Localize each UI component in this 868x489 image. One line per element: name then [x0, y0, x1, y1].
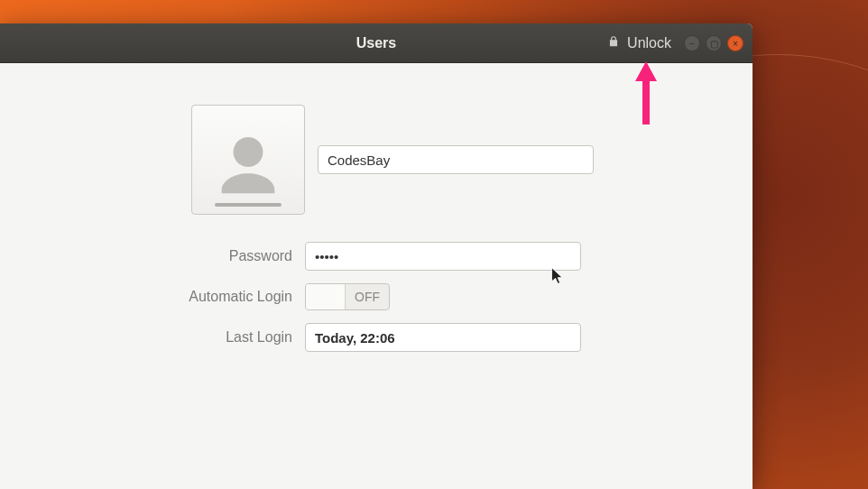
close-button[interactable]: ×	[727, 35, 743, 51]
unlock-label: Unlock	[627, 35, 671, 51]
window-controls: − ▢ ×	[684, 23, 743, 63]
titlebar: Users Unlock − ▢ ×	[0, 23, 753, 63]
minimize-button[interactable]: −	[684, 35, 700, 51]
auto-login-label: Automatic Login	[36, 289, 292, 305]
window-title: Users	[356, 35, 396, 51]
last-login-label: Last Login	[36, 329, 292, 346]
password-label: Password	[36, 248, 292, 264]
toggle-state-label: OFF	[346, 290, 389, 304]
username-field[interactable]	[318, 145, 594, 174]
last-login-value: Today, 22:06	[305, 323, 581, 352]
auto-login-toggle[interactable]: OFF	[305, 283, 390, 310]
settings-window: Users Unlock − ▢ × Password Aut	[0, 23, 753, 489]
lock-icon	[607, 35, 620, 51]
content-area: Password Automatic Login OFF Last Login …	[0, 63, 753, 352]
user-avatar[interactable]	[191, 105, 305, 215]
toggle-knob	[306, 284, 346, 309]
unlock-button[interactable]: Unlock	[607, 23, 671, 63]
maximize-button[interactable]: ▢	[706, 35, 722, 51]
password-field[interactable]	[305, 242, 581, 271]
